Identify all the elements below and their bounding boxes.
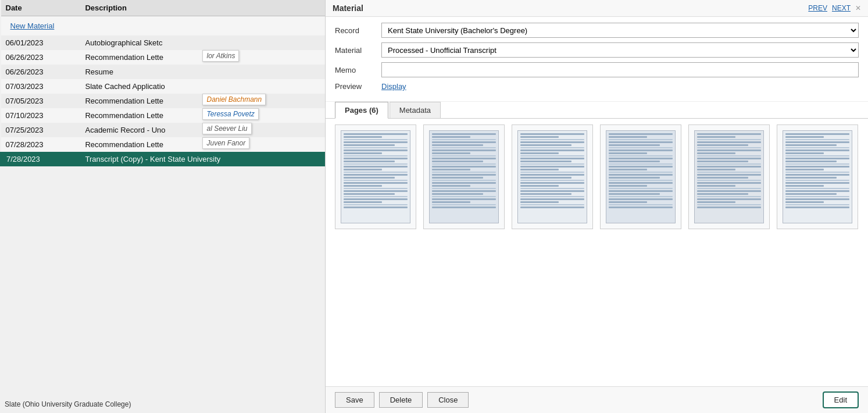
table-header-row: Date Description — [1, 0, 326, 16]
record-row: Record Kent State University (Bachelor's… — [335, 23, 859, 38]
page-thumb-5[interactable] — [688, 124, 770, 229]
preview-label: Preview — [335, 82, 381, 91]
pages-grid — [335, 124, 859, 229]
status-bar: Slate (Ohio University Graduate College) — [0, 396, 325, 413]
next-link[interactable]: NEXT — [832, 4, 851, 12]
panel-header: Material PREV NEXT ✕ — [326, 0, 868, 17]
delete-button[interactable]: Delete — [379, 392, 423, 408]
footer-buttons: Save Delete Close Edit — [326, 386, 868, 413]
display-link[interactable]: Display — [381, 82, 406, 91]
record-select[interactable]: Kent State University (Bachelor's Degree… — [381, 23, 859, 38]
material-label: Material — [335, 46, 381, 55]
save-button[interactable]: Save — [335, 392, 374, 408]
memo-input[interactable] — [381, 62, 859, 77]
preview-row: Preview Display — [335, 82, 859, 91]
page-thumb-2[interactable] — [423, 124, 505, 229]
material-row: Material Processed - Unofficial Transcri… — [335, 42, 859, 58]
panel-nav: PREV NEXT ✕ — [808, 4, 861, 12]
new-material-link[interactable]: New Material — [6, 19, 321, 33]
table-row[interactable]: 06/26/2023Resume — [1, 65, 326, 79]
close-nav-icon[interactable]: ✕ — [855, 4, 861, 12]
page-thumb-3[interactable] — [512, 124, 593, 229]
tabs-section: Pages (6) Metadata — [326, 102, 868, 119]
pages-content — [326, 119, 868, 386]
description-column-header: Description — [80, 0, 325, 16]
memo-row: Memo — [335, 62, 859, 77]
material-table: Date Description New Material06/01/2023A… — [0, 0, 325, 166]
edit-button[interactable]: Edit — [823, 391, 859, 408]
table-row[interactable]: 07/10/2023Recommendation LetteTeressa Po… — [1, 108, 326, 123]
panel-title: Material — [333, 3, 363, 13]
table-row[interactable]: 06/01/2023Autobiographical Sketc — [1, 35, 326, 50]
table-row[interactable]: 7/28/2023Transcript (Copy) - Kent State … — [1, 152, 326, 166]
tabs-row: Pages (6) Metadata — [335, 102, 859, 118]
left-panel: Date Description New Material06/01/2023A… — [0, 0, 326, 413]
page-thumb-6[interactable] — [777, 124, 858, 229]
tab-metadata[interactable]: Metadata — [390, 102, 441, 118]
table-row[interactable]: 06/26/2023Recommendation Lettelor Atkins — [1, 50, 326, 65]
table-row[interactable]: 07/03/2023Slate Cached Applicatio — [1, 79, 326, 94]
table-row[interactable]: 07/05/2023Recommendation LetteDaniel Bac… — [1, 94, 326, 108]
new-material-row: New Material — [1, 16, 326, 36]
memo-label: Memo — [335, 66, 381, 74]
page-thumb-1[interactable] — [335, 124, 416, 229]
date-column-header: Date — [1, 0, 81, 16]
table-row[interactable]: 07/25/2023Academic Record - Unoal Seever… — [1, 123, 326, 137]
table-row[interactable]: 07/28/2023Recommendation LetteJuven Fano… — [1, 137, 326, 152]
right-panel: Material PREV NEXT ✕ Record Kent State U… — [326, 0, 868, 413]
close-button[interactable]: Close — [427, 392, 469, 408]
slate-status-label: Slate (Ohio University Graduate College) — [5, 400, 131, 408]
prev-link[interactable]: PREV — [808, 4, 827, 12]
material-select[interactable]: Processed - Unofficial Transcript — [381, 42, 859, 58]
tab-pages[interactable]: Pages (6) — [335, 102, 388, 119]
page-thumb-4[interactable] — [600, 124, 681, 229]
record-label: Record — [335, 26, 381, 35]
form-section: Record Kent State University (Bachelor's… — [326, 17, 868, 102]
footer-left-buttons: Save Delete Close — [335, 392, 469, 408]
